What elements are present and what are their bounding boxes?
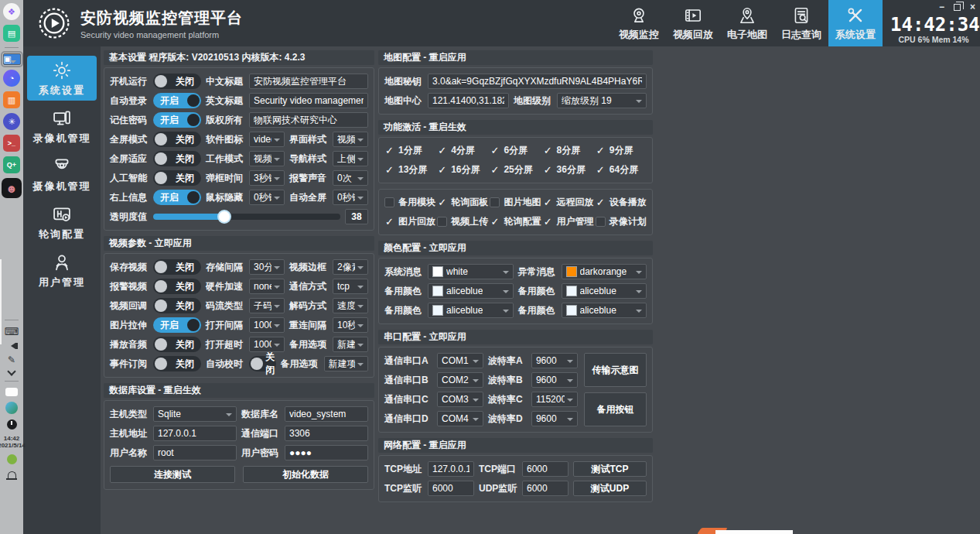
serial-port-b-select[interactable]: COM2	[437, 372, 483, 388]
checkbox-poll-config[interactable]: 轮询配置	[490, 215, 541, 228]
ghost-app-icon[interactable]: ☻	[2, 178, 22, 198]
tcp-listen-input[interactable]	[428, 481, 474, 496]
transfer-diagram-button[interactable]: 传输示意图	[584, 353, 647, 387]
opacity-slider[interactable]	[153, 214, 340, 220]
video-border-select[interactable]: 2像素	[333, 259, 368, 275]
alarm-video-toggle[interactable]: 关闭	[153, 279, 201, 294]
tray-input-icon[interactable]	[5, 388, 18, 396]
tcp-address-input[interactable]	[428, 461, 474, 477]
password-input[interactable]	[285, 445, 368, 460]
baud-c-select[interactable]: 115200	[531, 392, 578, 407]
notification-bell-icon[interactable]	[8, 471, 16, 478]
stream-type-select[interactable]: 子码流	[249, 298, 285, 313]
restore-button[interactable]	[954, 4, 961, 11]
remember-password-toggle[interactable]: 开启	[153, 112, 201, 128]
init-data-button[interactable]: 初始化数据	[243, 466, 368, 483]
sidebar-item-system-settings[interactable]: 系统设置	[27, 56, 97, 101]
spare-color-select-2[interactable]: aliceblue	[562, 283, 647, 299]
checkbox-video-upload[interactable]: 视频上传	[437, 215, 488, 228]
baud-b-select[interactable]: 9600	[531, 372, 578, 388]
checkbox-9-screen[interactable]: 9分屏	[596, 144, 647, 157]
serial-port-a-select[interactable]: COM1	[437, 353, 483, 368]
nav-system-settings[interactable]: 系统设置	[828, 0, 883, 46]
decode-mode-select[interactable]: 速度优先	[333, 298, 368, 313]
minimize-button[interactable]: −	[939, 2, 944, 12]
checkbox-spare-module[interactable]: 备用模块	[384, 196, 435, 209]
alarm-sound-select[interactable]: 0次	[333, 170, 368, 186]
store-app-icon[interactable]: ▥	[3, 91, 20, 108]
sidebar-item-camera-management[interactable]: 摄像机管理	[27, 152, 97, 197]
checkbox-poll-panel[interactable]: 轮询面板	[437, 196, 488, 209]
video-callback-toggle[interactable]: 关闭	[153, 298, 201, 313]
checkbox-4-screen[interactable]: 4分屏	[437, 144, 488, 157]
checkbox-16-screen[interactable]: 16分屏	[437, 163, 488, 176]
connection-test-button[interactable]: 连接测试	[110, 466, 235, 483]
checkbox-device-play[interactable]: 设备播放	[596, 196, 647, 209]
ui-style-select[interactable]: 视频黑	[333, 132, 368, 147]
test-tcp-button[interactable]: 测试TCP	[573, 461, 647, 477]
host-address-input[interactable]	[153, 426, 237, 441]
qt-app-icon[interactable]: Q+	[3, 156, 20, 173]
top-right-info-toggle[interactable]: 开启	[153, 190, 201, 205]
chevron-down-icon[interactable]	[7, 367, 15, 375]
play-audio-toggle[interactable]: 关闭	[153, 337, 201, 352]
checkbox-remote-playback[interactable]: 远程回放	[543, 196, 594, 209]
browser-icon[interactable]: ◔	[3, 70, 20, 87]
checkbox-25-screen[interactable]: 25分屏	[490, 163, 541, 176]
sidebar-item-user-management[interactable]: 用户管理	[27, 248, 97, 293]
checkbox-1-screen[interactable]: 1分屏	[384, 144, 435, 157]
open-timeout-select[interactable]: 10000毫秒	[249, 337, 285, 352]
serial-port-c-select[interactable]: COM3	[437, 392, 483, 407]
nav-video-monitor[interactable]: 视频监控	[612, 0, 666, 46]
sidebar-item-recorder-management[interactable]: 录像机管理	[27, 104, 97, 149]
slider-knob[interactable]	[217, 210, 231, 224]
spare-color-select-1[interactable]: aliceblue	[428, 283, 514, 299]
nav-log-query[interactable]: 日志查询	[774, 0, 828, 46]
storage-interval-select[interactable]: 30分钟	[249, 259, 285, 275]
test-udp-button[interactable]: 测试UDP	[573, 481, 647, 496]
volume-icon[interactable]	[8, 343, 15, 349]
ai-toggle[interactable]: 关闭	[153, 170, 201, 186]
spare-color-select-4[interactable]: aliceblue	[562, 303, 647, 318]
checkbox-image-map[interactable]: 图片地图	[490, 196, 541, 209]
file-manager-icon[interactable]: ▣	[3, 53, 21, 65]
checkbox-13-screen[interactable]: 13分屏	[384, 163, 435, 176]
english-title-input[interactable]	[249, 93, 368, 108]
work-mode-select[interactable]: 视频监控	[249, 151, 285, 166]
save-video-toggle[interactable]: 关闭	[153, 259, 201, 275]
spare-option-select[interactable]: 新建项目	[333, 337, 368, 352]
spare-color-select-3[interactable]: aliceblue	[428, 303, 514, 318]
comm-mode-select[interactable]: tcp	[333, 279, 368, 294]
pen-icon[interactable]: ✎	[8, 354, 15, 365]
app-launcher-icon[interactable]: ❖	[3, 3, 20, 20]
spare-button[interactable]: 备用按钮	[584, 392, 647, 426]
sidebar-item-poll-config[interactable]: 轮询配置	[27, 200, 97, 245]
checkbox-8-screen[interactable]: 8分屏	[543, 144, 594, 157]
hw-accel-select[interactable]: none	[249, 279, 285, 294]
notes-app-icon[interactable]: ▤	[3, 25, 20, 42]
config-app-icon[interactable]: ✳	[3, 113, 20, 130]
software-icon-select[interactable]: video_white	[249, 132, 285, 147]
weather-tray-icon[interactable]	[5, 402, 18, 414]
nav-video-playback[interactable]: 视频回放	[666, 0, 720, 46]
terminal-app-icon[interactable]: >_	[3, 135, 20, 152]
map-key-input[interactable]	[428, 74, 647, 89]
udp-listen-input[interactable]	[522, 481, 569, 496]
fullscreen-mode-toggle[interactable]: 关闭	[153, 132, 201, 147]
chinese-title-input[interactable]	[249, 74, 368, 89]
auto-login-toggle[interactable]: 开启	[153, 93, 201, 108]
system-message-color-select[interactable]: white	[428, 264, 514, 279]
popup-time-select[interactable]: 3秒钟	[249, 170, 285, 186]
serial-port-d-select[interactable]: COM4	[437, 411, 483, 426]
error-message-color-select[interactable]: darkorange	[562, 264, 647, 279]
username-input[interactable]	[153, 445, 237, 460]
checkbox-6-screen[interactable]: 6分屏	[490, 144, 541, 157]
spare-option-select-2[interactable]: 新建项目	[324, 356, 369, 371]
baud-a-select[interactable]: 9600	[531, 353, 578, 368]
tcp-port-input[interactable]	[522, 461, 569, 477]
mouse-hide-select[interactable]: 0秒钟	[249, 190, 285, 205]
open-interval-select[interactable]: 1000毫秒	[249, 317, 285, 333]
map-level-select[interactable]: 缩放级别 19	[557, 93, 647, 108]
nav-emap[interactable]: 电子地图	[720, 0, 774, 46]
checkbox-36-screen[interactable]: 36分屏	[543, 163, 594, 176]
